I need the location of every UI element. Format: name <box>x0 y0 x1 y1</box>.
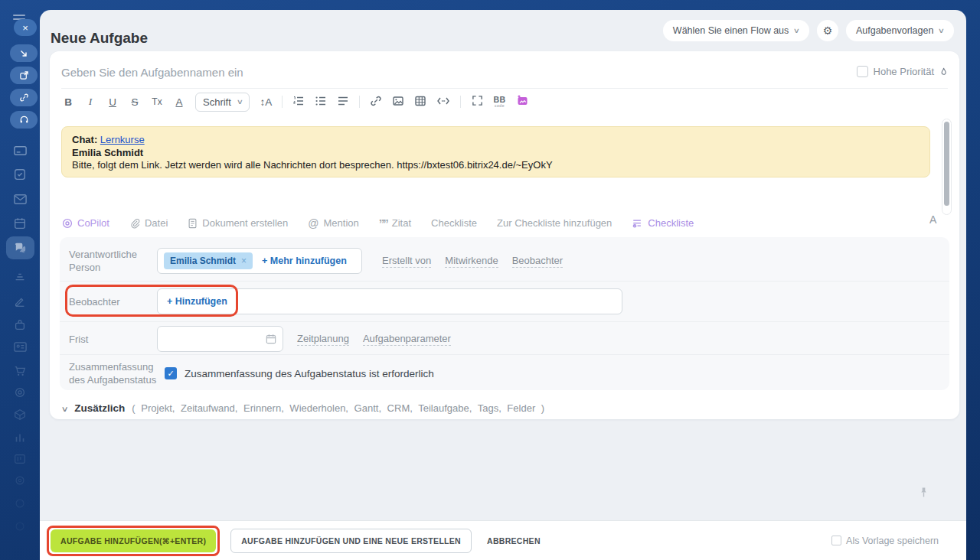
settings-icon[interactable] <box>12 496 28 511</box>
checklist-ai-button[interactable]: Checkliste <box>632 217 694 229</box>
save-template-checkbox[interactable] <box>831 536 841 545</box>
align-button[interactable] <box>337 95 349 109</box>
paperclip-icon <box>129 218 140 229</box>
cancel-button[interactable]: ABBRECHEN <box>482 529 545 552</box>
chat-message-text: Bitte, folgt dem Link. Jetzt werden wird… <box>72 159 920 172</box>
clear-format-button[interactable]: Tx <box>151 96 163 107</box>
attach-file-button[interactable]: Datei <box>129 217 168 229</box>
analytics-icon[interactable] <box>12 430 28 445</box>
fullscreen-button[interactable] <box>471 95 483 109</box>
strikethrough-button[interactable]: S <box>129 96 141 108</box>
chevron-down-icon: ∨ <box>793 27 800 34</box>
tasks-icon[interactable] <box>12 167 28 182</box>
insert-code-button[interactable] <box>436 95 450 109</box>
checklist-button[interactable]: Checkliste <box>431 217 477 229</box>
deadline-row: Frist Zeitplanung Aufgabenparameter <box>60 324 949 354</box>
scrollbar-thumb[interactable] <box>944 122 949 206</box>
responsible-label: Verantwortliche Person <box>69 248 157 274</box>
support-button[interactable] <box>10 111 38 129</box>
deadline-label: Frist <box>69 333 157 346</box>
ordered-list-button[interactable] <box>292 95 305 109</box>
add-task-and-new-button[interactable]: AUFGABE HINZUFÜGEN UND EINE NEUE ERSTELL… <box>230 529 472 553</box>
cart-icon[interactable] <box>12 363 28 379</box>
gear-icon: ⚙ <box>823 24 833 37</box>
create-document-button[interactable]: Dokument erstellen <box>188 217 288 229</box>
divider <box>60 281 949 282</box>
summary-checkbox-label: Zusammenfassung des Aufgabenstatus ist e… <box>185 368 434 379</box>
ai-image-button[interactable] <box>516 94 529 109</box>
insert-table-button[interactable] <box>414 95 426 109</box>
calendar-icon[interactable] <box>12 216 28 231</box>
external-link-button[interactable] <box>10 67 38 84</box>
add-task-button[interactable]: AUFGABE HINZUFÜGEN(⌘+ENTER) <box>51 529 216 552</box>
mail-icon[interactable] <box>12 191 28 207</box>
dialog-footer: AUFGABE HINZUFÜGEN(⌘+ENTER) AUFGABE HINZ… <box>40 520 966 560</box>
chip-remove-icon[interactable]: × <box>241 256 247 266</box>
board-icon[interactable] <box>12 451 28 467</box>
mention-button[interactable]: @ Mention <box>308 217 358 230</box>
feed-icon[interactable] <box>12 269 28 285</box>
insert-image-button[interactable] <box>392 95 404 109</box>
scheduling-link[interactable]: Zeitplanung <box>297 333 349 346</box>
quote-button[interactable]: ”” Zitat <box>379 217 411 230</box>
underline-button[interactable]: U <box>106 96 119 108</box>
footer-buttons: AUFGABE HINZUFÜGEN(⌘+ENTER) AUFGABE HINZ… <box>47 521 545 560</box>
flame-icon <box>939 67 948 77</box>
observers-link[interactable]: Beobachter <box>512 255 564 268</box>
font-dropdown[interactable]: Schrift ∨ <box>195 93 250 112</box>
assignee-chip[interactable]: Emilia Schmidt × <box>164 252 253 269</box>
chat-link[interactable]: Lernkurse <box>100 134 145 145</box>
save-template-label: Als Vorlage speichern <box>846 536 939 546</box>
additional-section: ∨ Zusätzlich ( Projekt, Zeitaufwand, Eri… <box>62 402 544 414</box>
sign-icon[interactable] <box>12 294 28 309</box>
checkmark-icon: ✓ <box>167 369 174 379</box>
additional-options[interactable]: ( Projekt, Zeitaufwand, Erinnern, Wieder… <box>132 402 544 414</box>
high-priority-checkbox[interactable] <box>857 66 868 77</box>
briefcase-icon[interactable] <box>12 317 28 333</box>
text-size-indicator: A <box>929 213 936 226</box>
close-slider-button[interactable]: × <box>14 19 37 36</box>
observer-input[interactable]: + Hinzufügen <box>157 288 622 314</box>
add-to-checklist-button[interactable]: Zur Checkliste hinzufügen <box>497 217 612 229</box>
deadline-input[interactable] <box>157 326 283 352</box>
italic-button[interactable]: I <box>84 96 96 108</box>
task-name-input[interactable] <box>61 60 658 83</box>
copy-link-button[interactable] <box>10 89 38 106</box>
add-observer-button[interactable]: + Hinzufügen <box>164 296 227 307</box>
additional-toggle[interactable]: Zusätzlich <box>74 402 125 414</box>
created-by-link[interactable]: Erstellt von <box>382 255 431 268</box>
copilot-icon <box>62 218 73 229</box>
flow-select-button[interactable]: Wählen Sie einen Flow aus ∨ <box>663 20 809 41</box>
editor-scrollbar[interactable] <box>942 119 952 215</box>
add-more-link[interactable]: + Mehr hinzufügen <box>262 256 347 266</box>
chevron-down-icon[interactable]: ∨ <box>61 405 69 413</box>
messenger-item-active[interactable] <box>6 236 34 259</box>
attach-bar: CoPilot Datei Dokument erstellen @ Menti… <box>62 217 694 230</box>
settings-gear-button[interactable]: ⚙ <box>817 20 838 41</box>
box-icon[interactable] <box>12 407 28 422</box>
video-icon[interactable] <box>12 473 28 488</box>
calendar-icon[interactable] <box>266 334 276 344</box>
more-icon[interactable] <box>12 519 28 534</box>
font-size-button[interactable]: ↕A <box>260 96 272 108</box>
responsible-input[interactable]: Emilia Schmidt × + Mehr hinzufügen <box>157 248 362 274</box>
bbcode-button[interactable]: BB code <box>493 96 505 108</box>
task-templates-button[interactable]: Aufgabenvorlagen ∨ <box>846 20 954 41</box>
observer-label: Beobachter <box>69 295 157 308</box>
text-color-button[interactable]: A <box>173 96 185 108</box>
copilot-button[interactable]: CoPilot <box>62 217 109 229</box>
pin-icon[interactable] <box>920 487 928 501</box>
insert-link-button[interactable] <box>370 95 382 109</box>
headset-icon <box>19 115 29 125</box>
open-window-button[interactable] <box>10 44 38 62</box>
contributors-link[interactable]: Mitwirkende <box>445 255 498 268</box>
bold-button[interactable]: B <box>62 96 74 108</box>
bullet-list-button[interactable] <box>315 95 327 109</box>
checklist-icon <box>632 218 643 229</box>
task-parameters-link[interactable]: Aufgabenparameter <box>363 333 451 346</box>
quoted-chat-message: Chat: Lernkurse Emilia Schmidt Bitte, fo… <box>61 126 930 177</box>
target-icon[interactable] <box>12 385 28 400</box>
summary-checkbox[interactable]: ✓ <box>165 367 177 379</box>
contact-card-icon[interactable] <box>12 339 28 354</box>
wallet-icon[interactable] <box>12 142 28 158</box>
